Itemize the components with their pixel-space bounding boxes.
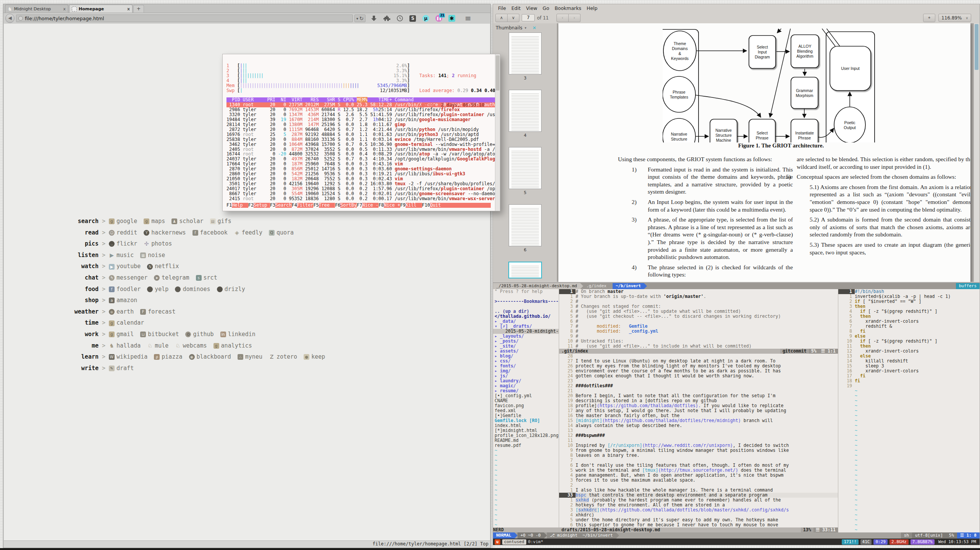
htop-process-row[interactable]: 16976 root 25 5 287M 92192 48884 S 0.0 1… bbox=[226, 132, 495, 137]
tab-midnight-desktop[interactable]: ♞ Midnight Desktop x bbox=[5, 5, 68, 13]
homepage-link-yelp[interactable]: yelp bbox=[147, 284, 168, 295]
homepage-link-piazza[interactable]: ρpiazza bbox=[154, 351, 182, 363]
fkey-label[interactable]: F9 bbox=[400, 203, 406, 208]
tab-close-icon[interactable]: x bbox=[63, 6, 66, 11]
nerdtree-item[interactable]: README.md bbox=[493, 438, 559, 443]
htop-process-row[interactable]: 24017 tyler 20 0 305M 19296 12088 S 0.0 … bbox=[226, 186, 495, 191]
fkey-action-nice-[interactable]: Nice - bbox=[362, 203, 378, 208]
homepage-link-foodler[interactable]: ffoodler bbox=[109, 284, 141, 295]
nerdtree-item[interactable]: ▸ blog/ bbox=[493, 354, 559, 359]
sidebar-title[interactable]: Thumbnails bbox=[496, 25, 522, 31]
htop-process-row[interactable]: 19484 tyler 39 19 1670M 214M 18300 S 0.7… bbox=[226, 117, 495, 122]
tab-homepage[interactable]: Homepage x bbox=[69, 5, 133, 13]
new-tab-button[interactable]: + bbox=[133, 5, 144, 13]
homepage-link-earth[interactable]: ◉earth bbox=[109, 306, 134, 318]
htop-process-row[interactable]: 24037 tyler 20 0 497M 26740 5252 S 0.7 0… bbox=[226, 157, 495, 162]
homepage-link-keep[interactable]: ●keep bbox=[304, 351, 325, 363]
select-tool-crosshair-icon[interactable]: ⌖ bbox=[923, 14, 935, 22]
fkey-label[interactable]: F10 bbox=[422, 203, 430, 208]
nerdtree-item[interactable]: CNAME bbox=[493, 398, 559, 403]
fkey-action-kill[interactable]: Kill bbox=[406, 203, 422, 208]
tab-close-icon[interactable]: x bbox=[127, 6, 130, 11]
site-identity-icon[interactable] bbox=[18, 16, 23, 21]
editor-pane-right[interactable]: 1#!/bin/bash1inverted=$(xcalib -a -p | h… bbox=[838, 289, 980, 532]
homepage-link-feedly[interactable]: ◈feedly bbox=[234, 227, 262, 239]
homepage-link-blackboard[interactable]: ◉blackboard bbox=[189, 351, 231, 363]
menu-file[interactable]: File bbox=[495, 5, 509, 11]
vim-tab-1[interactable]: .g/index bbox=[583, 283, 610, 289]
back-icon[interactable]: ◀ bbox=[5, 14, 15, 23]
htop-process-row[interactable]: 25838 tyler 20 0 884M 88160 33136 S 0.0 … bbox=[226, 137, 495, 142]
nerdtree-item[interactable]: >----------Bookmarks---------- bbox=[493, 299, 559, 304]
nerdtree-item[interactable]: ▸ _posts/ bbox=[493, 339, 559, 344]
ublock-pause-icon[interactable]: ❚❚21 bbox=[434, 14, 443, 23]
fkey-action-quit[interactable]: Quit bbox=[430, 203, 446, 208]
homepage-link-noise[interactable]: ▦noise bbox=[140, 250, 165, 261]
page-thumbnail[interactable] bbox=[509, 204, 542, 246]
homepage-link-gmail[interactable]: ggmail bbox=[109, 329, 134, 340]
homepage-link-mule[interactable]: ♘mule bbox=[147, 340, 168, 352]
nerdtree-item[interactable]: ▸ assets/ bbox=[493, 349, 559, 354]
vim-tab-2[interactable]: ~/b/invert bbox=[613, 283, 644, 289]
stylish-s-icon[interactable]: S bbox=[408, 14, 417, 23]
homepage-link-myneu[interactable]: ∴myneu bbox=[238, 351, 262, 363]
page-thumbnail-selected[interactable] bbox=[508, 262, 542, 278]
homepage-link-youtube[interactable]: ▶youtube bbox=[109, 261, 141, 272]
download-icon[interactable] bbox=[369, 14, 378, 23]
homepage-link-drizly[interactable]: drizly bbox=[217, 284, 245, 295]
asterisk-addon-icon[interactable]: ✱ bbox=[447, 14, 456, 23]
menu-view[interactable]: View bbox=[523, 5, 540, 11]
nerdtree-item[interactable]: 2015-05-28-midnight-deskto bbox=[493, 329, 559, 334]
fkey-action-search[interactable]: Search bbox=[275, 203, 292, 208]
buffers-label[interactable]: buffers bbox=[956, 283, 980, 289]
homepage-link-quora[interactable]: Qquora bbox=[269, 227, 294, 239]
scrollbar-thumb[interactable] bbox=[496, 55, 500, 91]
fkey-action-nice-[interactable]: Nice + bbox=[384, 203, 400, 208]
menu-go[interactable]: Go bbox=[540, 5, 552, 11]
history-forward-icon[interactable]: › bbox=[569, 14, 581, 22]
homepage-link-srct[interactable]: ssrct bbox=[196, 272, 217, 284]
nerdtree-item[interactable]: feed.xml bbox=[493, 408, 559, 413]
htop-process-row[interactable]: 2872 tyler 20 0 1115M 96468 6420 S 0.7 1… bbox=[226, 127, 495, 132]
homepage-link-netflix[interactable]: Nnetflix bbox=[147, 261, 179, 272]
homepage-link-analytics[interactable]: ganalytics bbox=[213, 340, 252, 352]
htop-process-row[interactable]: 2860 tyler 20 0 542M 21256 9536 S 0.0 0.… bbox=[226, 171, 495, 176]
homepage-link-amazon[interactable]: aamazon bbox=[109, 295, 137, 306]
history-clock-icon[interactable] bbox=[395, 14, 404, 23]
fkey-label[interactable]: F5 bbox=[313, 203, 319, 208]
page-thumbnail[interactable] bbox=[509, 32, 542, 74]
htop-process-row[interactable]: 2415 root 20 0 95352 18836 1280 S 0.0 0.… bbox=[226, 196, 495, 201]
nerdtree-item[interactable]: ▾ [✗] _drafts/ bbox=[493, 324, 559, 329]
homepage-link-google[interactable]: ggoogle bbox=[109, 216, 137, 227]
homepage-link-gifs[interactable]: ▤gifs bbox=[210, 216, 231, 227]
homepage-link-flickr[interactable]: ‥flickr bbox=[109, 238, 137, 250]
history-back-icon[interactable]: ‹ bbox=[556, 14, 569, 22]
page-thumbnail[interactable] bbox=[509, 90, 542, 132]
homepage-link-telegram[interactable]: ➤telegram bbox=[154, 272, 189, 284]
htop-process-row[interactable]: 16744 root 0 -20 44800 32532 3508 S 0.0 … bbox=[226, 152, 495, 157]
fkey-action-tree[interactable]: Tree bbox=[319, 203, 335, 208]
nerdtree-item[interactable]: ▸ fonts/ bbox=[493, 364, 559, 369]
fkey-action-setup[interactable]: Setup bbox=[254, 203, 270, 208]
fkey-label[interactable]: F1 bbox=[226, 203, 232, 208]
fkey-action-help[interactable]: Help bbox=[232, 203, 248, 208]
chevron-down-icon[interactable]: ▾ bbox=[525, 26, 527, 30]
nerdtree-item[interactable]: [*]midnight.html bbox=[493, 428, 559, 433]
htop-process-row[interactable]: 2405 root 20 0 872M 37024 3552 S 0.0 0.5… bbox=[226, 147, 495, 152]
scrollbar-thumb[interactable] bbox=[975, 24, 978, 70]
nerdtree-item[interactable]: favicon.png bbox=[493, 403, 559, 408]
homepage-link-music[interactable]: ▶music bbox=[109, 250, 134, 261]
nerdtree-item[interactable]: </thallada.github.io/ bbox=[493, 314, 559, 319]
fkey-label[interactable]: F3 bbox=[270, 203, 275, 208]
fkey-action-filter[interactable]: Filter bbox=[297, 203, 314, 208]
homepage-link-photos[interactable]: ✣photos bbox=[144, 238, 172, 250]
nerdtree-item[interactable]: resume.pdf bbox=[493, 443, 559, 448]
homepage-link-reddit[interactable]: ☺reddit bbox=[109, 227, 137, 239]
homepage-link-draft[interactable]: ✎draft bbox=[109, 363, 134, 374]
homepage-link-hackernews[interactable]: Yhackernews bbox=[144, 227, 186, 239]
pdf-scrollbar[interactable] bbox=[974, 23, 979, 282]
url-bar[interactable]: file:///home/tyler/homepage.html bbox=[16, 15, 353, 22]
nerdtree-item[interactable]: ▸ img/ bbox=[493, 369, 559, 374]
htop-process-row[interactable]: 3501 tyler 20 0 42156 19640 1292 S 0.0 0… bbox=[226, 181, 495, 186]
menu-bookmarks[interactable]: Bookmarks bbox=[552, 5, 584, 11]
